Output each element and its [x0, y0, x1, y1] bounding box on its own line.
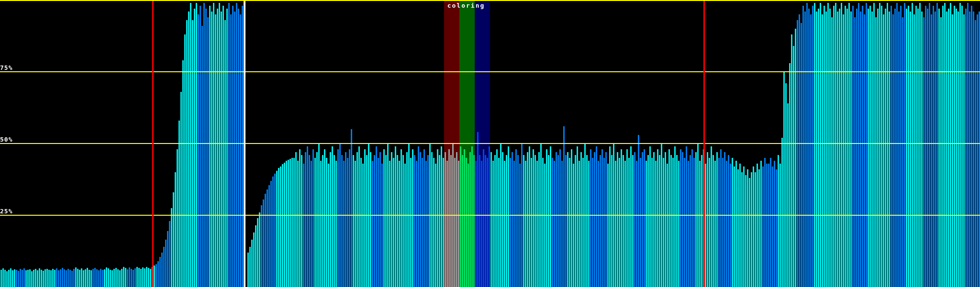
panel-divider — [244, 0, 245, 287]
axis-label-50: 50% — [0, 136, 12, 143]
histogram-view: 75% 50% 25% coloring — [0, 0, 980, 287]
event-marker-right-panel — [703, 0, 705, 287]
gridline-50 — [0, 143, 980, 144]
top-border-line — [0, 0, 980, 1]
axis-label-25: 25% — [0, 208, 12, 214]
coloring-label: coloring — [447, 2, 485, 9]
gridline-75 — [0, 71, 980, 72]
gridline-25 — [0, 215, 980, 216]
axis-label-75: 75% — [0, 65, 12, 71]
event-marker-left-panel — [152, 0, 154, 287]
